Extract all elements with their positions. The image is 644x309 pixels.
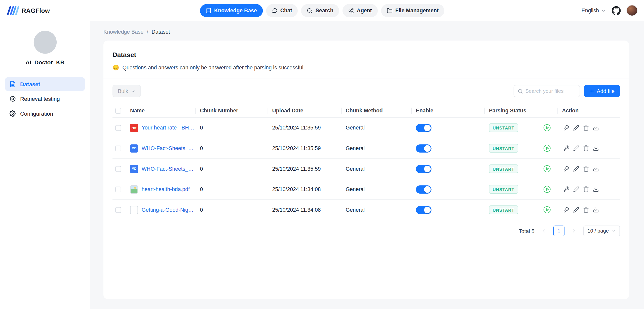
sidebar-item-retrieval-testing[interactable]: Retrieval testing	[5, 92, 85, 106]
pagination-prev-button[interactable]	[539, 226, 549, 236]
pagination-total: Total 5	[519, 228, 534, 234]
page-title: Dataset	[112, 51, 620, 59]
toggle-knob	[424, 124, 431, 131]
nav-chat[interactable]: Chat	[266, 4, 298, 17]
row-checkbox[interactable]	[115, 186, 121, 192]
file-name-link[interactable]: Your heart rate - BHF....	[142, 125, 196, 131]
rename-pencil-icon[interactable]	[573, 145, 579, 151]
file-name-link[interactable]: WHO-Fact-Sheets_Hy...	[142, 166, 196, 172]
sidebar-item-dataset[interactable]: Dataset	[5, 77, 85, 91]
sidebar-item-configuration[interactable]: Configuration	[5, 107, 85, 120]
sidebar-menu: Dataset Retrieval testing Configuration	[0, 77, 90, 121]
toggle-knob	[424, 186, 431, 193]
nav-file-management[interactable]: File Management	[381, 4, 444, 17]
download-icon[interactable]	[593, 186, 599, 192]
pagination: Total 5 1 10 / page	[112, 226, 620, 236]
toggle-knob	[424, 206, 431, 213]
bulk-button[interactable]: Bulk	[112, 85, 141, 97]
rename-pencil-icon[interactable]	[573, 186, 579, 192]
toggle-knob	[424, 145, 431, 152]
github-icon[interactable]	[612, 6, 621, 15]
dataset-card: Dataset 😊 Questions and answers can only…	[103, 40, 629, 299]
language-switcher[interactable]: English	[582, 7, 606, 13]
parse-play-button[interactable]	[543, 206, 551, 214]
upload-date-cell: 25/10/2024 11:34:08	[268, 207, 341, 213]
knowledge-base-icon	[206, 8, 211, 13]
pagination-page-1[interactable]: 1	[553, 226, 564, 236]
target-icon	[10, 96, 16, 102]
upload-date-cell: 25/10/2024 11:35:59	[268, 125, 341, 131]
row-checkbox[interactable]	[115, 125, 121, 131]
parse-play-button[interactable]	[543, 165, 551, 173]
chunk-method-cell: General	[341, 166, 411, 172]
download-icon[interactable]	[593, 125, 599, 131]
chunk-settings-wrench-icon[interactable]	[563, 125, 569, 131]
upload-date-cell: 25/10/2024 11:34:08	[268, 186, 341, 192]
user-avatar[interactable]	[626, 5, 637, 16]
page-size-select[interactable]: 10 / page	[583, 226, 620, 236]
nav-agent[interactable]: Agent	[342, 4, 377, 17]
top-header: RAGFlow Knowledge Base Chat Search Agent…	[0, 0, 644, 21]
download-icon[interactable]	[593, 166, 599, 172]
parsing-hint: 😊 Questions and answers can only be answ…	[112, 64, 620, 70]
enable-toggle[interactable]	[416, 185, 432, 194]
app-name: RAGFlow	[22, 7, 50, 14]
delete-trash-icon[interactable]	[583, 207, 589, 213]
rename-pencil-icon[interactable]	[573, 125, 579, 131]
enable-toggle[interactable]	[416, 206, 432, 214]
delete-trash-icon[interactable]	[583, 166, 589, 172]
delete-trash-icon[interactable]	[583, 125, 589, 131]
chunk-method-cell: General	[341, 125, 411, 131]
parse-play-button[interactable]	[543, 185, 551, 193]
parse-play-button[interactable]	[543, 144, 551, 152]
row-checkbox[interactable]	[115, 166, 121, 172]
parsing-status-badge: UNSTART	[489, 185, 518, 194]
chunk-settings-wrench-icon[interactable]	[563, 207, 569, 213]
add-file-button[interactable]: Add file	[584, 85, 620, 97]
select-all-checkbox[interactable]	[115, 108, 121, 113]
search-input[interactable]	[525, 88, 576, 94]
doc-file-icon	[130, 206, 138, 214]
download-icon[interactable]	[593, 145, 599, 151]
file-name-link[interactable]: heart-health-bda.pdf	[142, 186, 190, 192]
chunk-settings-wrench-icon[interactable]	[563, 186, 569, 192]
nav-knowledge-base[interactable]: Knowledge Base	[200, 4, 263, 17]
search-icon	[517, 89, 523, 94]
nav-label: Knowledge Base	[214, 7, 257, 13]
nav-label: Agent	[357, 7, 372, 13]
enable-toggle[interactable]	[416, 165, 432, 173]
header-right: English	[582, 5, 638, 16]
enable-toggle[interactable]	[416, 124, 432, 132]
table-header-row: Name Chunk Number Upload Date Chunk Meth…	[112, 104, 620, 118]
parsing-status-badge: UNSTART	[489, 144, 518, 153]
download-icon[interactable]	[593, 207, 599, 213]
delete-trash-icon[interactable]	[583, 186, 589, 192]
nav-search[interactable]: Search	[301, 4, 339, 17]
file-name-link[interactable]: WHO-Fact-Sheets_Ph...	[142, 145, 196, 151]
ragflow-logo[interactable]: RAGFlow	[7, 6, 50, 15]
search-icon	[307, 8, 313, 13]
page-size-value: 10 / page	[587, 228, 609, 234]
column-header-name: Name	[126, 104, 195, 117]
table-row: MD WHO-Fact-Sheets_Hy... 0 25/10/2024 11…	[112, 159, 620, 179]
rename-pencil-icon[interactable]	[573, 166, 579, 172]
chunk-settings-wrench-icon[interactable]	[563, 166, 569, 172]
breadcrumb-knowledge-base[interactable]: Knowledge Base	[103, 29, 143, 35]
gear-icon	[10, 110, 16, 117]
row-checkbox[interactable]	[115, 207, 121, 213]
file-name-link[interactable]: Getting-a-Good-Nights...	[142, 207, 196, 213]
pagination-next-button[interactable]	[569, 226, 579, 236]
parse-play-button[interactable]	[543, 124, 551, 132]
chunk-settings-wrench-icon[interactable]	[563, 145, 569, 151]
row-checkbox[interactable]	[115, 145, 121, 151]
table-row: MD WHO-Fact-Sheets_Ph... 0 25/10/2024 11…	[112, 138, 620, 159]
delete-trash-icon[interactable]	[583, 145, 589, 151]
ragflow-logo-icon	[7, 6, 19, 15]
files-table: Name Chunk Number Upload Date Chunk Meth…	[112, 104, 620, 220]
enable-toggle[interactable]	[416, 144, 432, 152]
md-file-icon: MD	[130, 144, 138, 152]
chunk-number-cell: 0	[195, 207, 268, 213]
rename-pencil-icon[interactable]	[573, 207, 579, 213]
column-header-chunk-method: Chunk Method	[341, 104, 411, 117]
breadcrumb-current: Dataset	[151, 29, 170, 35]
